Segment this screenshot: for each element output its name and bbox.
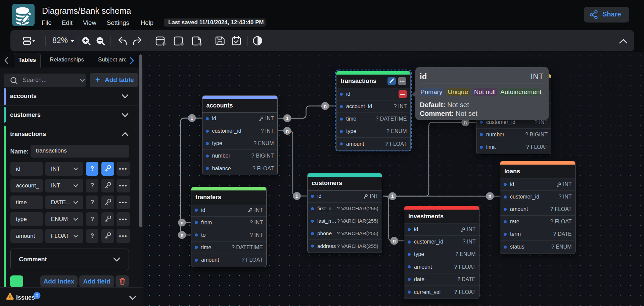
- svg-text:1: 1: [391, 193, 394, 199]
- svg-text:n: n: [324, 103, 327, 109]
- svg-text:1: 1: [286, 115, 288, 121]
- svg-text:1: 1: [295, 193, 298, 199]
- svg-text:n: n: [286, 128, 289, 134]
- svg-text:n: n: [464, 119, 467, 125]
- svg-text:1: 1: [190, 115, 193, 121]
- svg-text:n: n: [393, 238, 396, 244]
- svg-text:n: n: [180, 232, 183, 238]
- svg-text:n: n: [180, 220, 183, 225]
- svg-text:0: 0: [36, 293, 38, 298]
- svg-text:n: n: [488, 193, 491, 199]
